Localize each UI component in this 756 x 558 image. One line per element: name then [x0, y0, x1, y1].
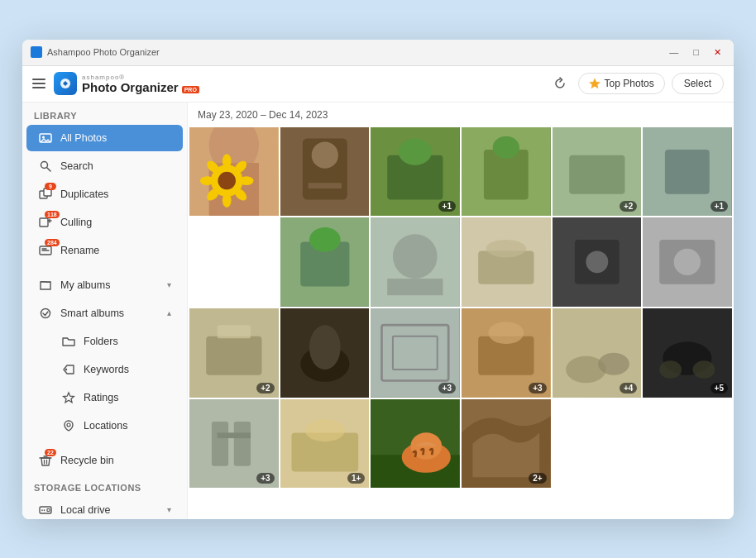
- photo-thumbnail: [280, 127, 370, 217]
- photo-item[interactable]: [553, 217, 642, 307]
- svg-rect-48: [665, 149, 710, 193]
- sidebar-item-search[interactable]: Search: [26, 153, 183, 179]
- search-label: Search: [60, 160, 93, 172]
- window-title: Ashampoo Photo Organizer: [47, 47, 665, 57]
- pro-badge: PRO: [182, 86, 199, 93]
- keywords-icon: [61, 362, 76, 377]
- photo-badge: 2+: [529, 473, 546, 484]
- sidebar-item-my-albums[interactable]: My albums ▾: [26, 272, 183, 298]
- all-photos-label: All Photos: [60, 132, 107, 144]
- photo-item[interactable]: [643, 217, 732, 307]
- photo-item[interactable]: [462, 217, 551, 307]
- photo-item[interactable]: +3: [462, 308, 551, 398]
- smart-albums-icon: [38, 306, 53, 321]
- photo-item[interactable]: [280, 308, 370, 398]
- photo-badge: +5: [711, 383, 728, 393]
- hamburger-menu[interactable]: [32, 79, 45, 88]
- svg-rect-38: [308, 183, 341, 188]
- my-albums-chevron: ▾: [167, 280, 171, 289]
- sidebar-item-locations[interactable]: Locations: [26, 413, 183, 439]
- photo-grid: +1: [188, 127, 734, 490]
- my-albums-label: My albums: [60, 279, 110, 291]
- sidebar-item-folders[interactable]: Folders: [26, 328, 183, 355]
- main-layout: Library All Photos Search 9: [22, 103, 734, 519]
- svg-rect-66: [218, 325, 251, 338]
- photo-item[interactable]: 2+: [462, 399, 551, 489]
- sidebar-item-duplicates[interactable]: 9 Duplicates: [26, 181, 183, 207]
- svg-point-26: [218, 171, 236, 189]
- photo-thumbnail: [189, 127, 279, 217]
- maximize-button[interactable]: □: [689, 45, 703, 60]
- top-photos-button[interactable]: Top Photos: [578, 73, 665, 94]
- photo-item[interactable]: +1: [371, 127, 460, 217]
- svg-line-5: [47, 167, 51, 171]
- svg-point-81: [660, 360, 682, 379]
- svg-point-60: [586, 251, 608, 274]
- sidebar-item-recycle-bin[interactable]: 22 Recycle bin: [26, 447, 183, 474]
- photo-badge: +3: [256, 473, 274, 484]
- sidebar-item-ratings[interactable]: Ratings: [26, 384, 183, 411]
- photo-item[interactable]: +3: [371, 308, 460, 398]
- folders-icon: [61, 334, 76, 349]
- photo-item[interactable]: [371, 217, 460, 307]
- folders-label: Folders: [84, 336, 118, 347]
- photo-badge: +1: [711, 201, 728, 212]
- svg-point-51: [309, 227, 341, 252]
- svg-point-69: [309, 325, 341, 370]
- rename-label: Rename: [60, 245, 99, 256]
- svg-rect-86: [218, 432, 251, 438]
- photo-item[interactable]: [280, 217, 370, 307]
- photo-item[interactable]: [189, 127, 279, 217]
- star-icon: [589, 78, 600, 89]
- recycle-badge: 22: [45, 449, 56, 456]
- svg-point-44: [493, 136, 519, 158]
- logo-icon: [54, 72, 77, 95]
- photo-badge: +2: [256, 383, 274, 393]
- photo-item[interactable]: [462, 127, 551, 217]
- photo-item[interactable]: +1: [643, 127, 732, 217]
- svg-rect-54: [388, 279, 443, 295]
- sidebar-item-local-drive[interactable]: Local drive ▾: [26, 497, 183, 519]
- app-bar: ashampoo® Photo Organizer PRO Top Photos: [22, 66, 734, 103]
- local-drive-label: Local drive: [60, 504, 110, 516]
- select-button[interactable]: Select: [672, 73, 724, 94]
- close-button[interactable]: ✕: [710, 45, 725, 60]
- svg-point-89: [304, 419, 344, 441]
- svg-point-15: [67, 423, 70, 427]
- smart-albums-label: Smart albums: [60, 308, 124, 319]
- photo-item[interactable]: +2: [189, 308, 279, 398]
- sidebar-item-culling[interactable]: 118 Culling: [26, 209, 183, 236]
- photo-item[interactable]: [371, 399, 460, 489]
- ratings-icon: [61, 390, 76, 405]
- local-drive-icon: [38, 503, 53, 517]
- photo-item[interactable]: +2: [553, 127, 642, 217]
- svg-point-41: [399, 138, 432, 165]
- photo-badge: +1: [438, 201, 456, 212]
- search-icon: [38, 159, 53, 174]
- photo-item[interactable]: +4: [553, 308, 642, 398]
- app-title: ashampoo® Photo Organizer PRO: [82, 74, 199, 93]
- sidebar-item-rename[interactable]: 284 Rename: [26, 237, 183, 264]
- recycle-bin-label: Recycle bin: [60, 455, 114, 466]
- svg-point-37: [311, 141, 337, 168]
- sidebar-item-all-photos[interactable]: All Photos: [26, 125, 183, 151]
- photo-item[interactable]: [280, 127, 370, 217]
- locations-label: Locations: [84, 420, 128, 432]
- sidebar-item-smart-albums[interactable]: Smart albums ▴: [26, 300, 183, 327]
- svg-rect-21: [47, 508, 50, 511]
- svg-rect-84: [212, 421, 228, 465]
- local-drive-chevron: ▾: [167, 505, 171, 514]
- svg-point-63: [674, 249, 701, 275]
- date-range-bar: May 23, 2020 – Dec 14, 2023: [188, 103, 734, 127]
- photo-item[interactable]: 1+: [280, 399, 370, 489]
- photo-thumbnail: [462, 127, 551, 217]
- svg-point-53: [393, 234, 438, 279]
- photo-item[interactable]: +3: [189, 399, 279, 489]
- refresh-button[interactable]: [548, 72, 572, 95]
- keywords-label: Keywords: [84, 364, 129, 375]
- culling-label: Culling: [60, 217, 92, 228]
- sidebar-item-keywords[interactable]: Keywords: [26, 356, 183, 383]
- content-area: May 23, 2020 – Dec 14, 2023: [188, 103, 734, 519]
- minimize-button[interactable]: —: [665, 45, 682, 60]
- photo-item[interactable]: +5: [643, 308, 732, 398]
